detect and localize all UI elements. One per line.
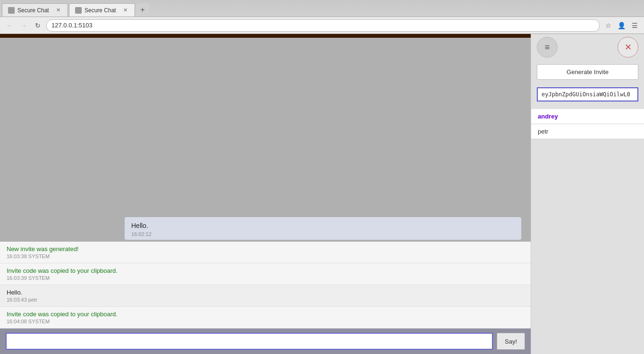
chat-area: Hello. 16:02:12 New invite was generated… (0, 34, 531, 354)
generate-invite-button[interactable]: Generate Invite (537, 64, 638, 80)
address-bar: ← → ↻ ☆ 👤 ☰ (0, 17, 644, 34)
tab-1[interactable]: Secure Chat ✕ (2, 3, 68, 17)
back-button[interactable]: ← (4, 20, 15, 31)
browser-chrome: Secure Chat ✕ Secure Chat ✕ + ← → ↻ ☆ 👤 … (0, 0, 644, 34)
message-text: Invite code was copied to your clipboard… (7, 311, 524, 318)
document-icon-2 (75, 7, 82, 14)
message-meta: 16:03:39 SYSTEM (7, 275, 524, 281)
user-item-andrey[interactable]: andrey (531, 109, 644, 124)
forward-button[interactable]: → (18, 20, 29, 31)
tab-bar: Secure Chat ✕ Secure Chat ✕ + (0, 0, 644, 17)
message-item: Hello.16:03:43 petr (0, 285, 531, 307)
tab-1-close[interactable]: ✕ (54, 7, 62, 14)
tab-2[interactable]: Secure Chat ✕ (69, 3, 135, 17)
input-bar: Say! (0, 329, 531, 354)
document-icon-1 (8, 7, 15, 14)
tab-1-label: Secure Chat (17, 7, 49, 14)
message-item: New invite was generated!16:03:38 SYSTEM (0, 242, 531, 263)
message-text: Invite code was copied to your clipboard… (7, 267, 524, 274)
user-item-petr[interactable]: petr (531, 124, 644, 139)
menu-button[interactable]: ☰ (629, 20, 640, 31)
message-item: Invite code was copied to your clipboard… (0, 307, 531, 329)
message-text: New invite was generated! (7, 245, 524, 253)
sidebar: ≡ ✕ Generate Invite andreypetr (531, 34, 644, 354)
messages-list: New invite was generated!16:03:38 SYSTEM… (0, 242, 531, 329)
users-list: andreypetr (531, 109, 644, 139)
message-area-top (0, 38, 531, 217)
messages-container: Hello. 16:02:12 New invite was generated… (0, 38, 531, 329)
bubble-text: Hello. (131, 222, 515, 229)
address-input[interactable] (46, 19, 600, 32)
new-tab-button[interactable]: + (136, 3, 149, 17)
toolbar-right: ☆ 👤 ☰ (602, 20, 640, 31)
sidebar-menu-button[interactable]: ≡ (537, 37, 558, 58)
main-layout: Hello. 16:02:12 New invite was generated… (0, 34, 644, 354)
profile-button[interactable]: 👤 (616, 20, 627, 31)
sidebar-header: ≡ ✕ (531, 34, 644, 60)
message-meta: 16:04:08 SYSTEM (7, 319, 524, 324)
reload-button[interactable]: ↻ (32, 20, 43, 31)
tab-2-label: Secure Chat (85, 7, 116, 14)
say-button[interactable]: Say! (497, 333, 525, 350)
bubble-time: 16:02:12 (131, 231, 515, 237)
message-meta: 16:03:43 petr (7, 297, 524, 303)
close-sidebar-button[interactable]: ✕ (618, 37, 638, 58)
bookmark-button[interactable]: ☆ (602, 20, 614, 31)
close-icon: ✕ (625, 42, 632, 52)
invite-code-input[interactable] (537, 87, 638, 101)
chat-top-bar (0, 34, 531, 38)
message-bubble: Hello. 16:02:12 (125, 217, 521, 240)
hamburger-icon: ≡ (545, 42, 550, 52)
chat-input[interactable] (6, 333, 493, 350)
message-item: Invite code was copied to your clipboard… (0, 263, 531, 285)
tab-2-close[interactable]: ✕ (121, 7, 129, 14)
message-meta: 16:03:38 SYSTEM (7, 253, 524, 259)
message-text: Hello. (7, 289, 524, 296)
